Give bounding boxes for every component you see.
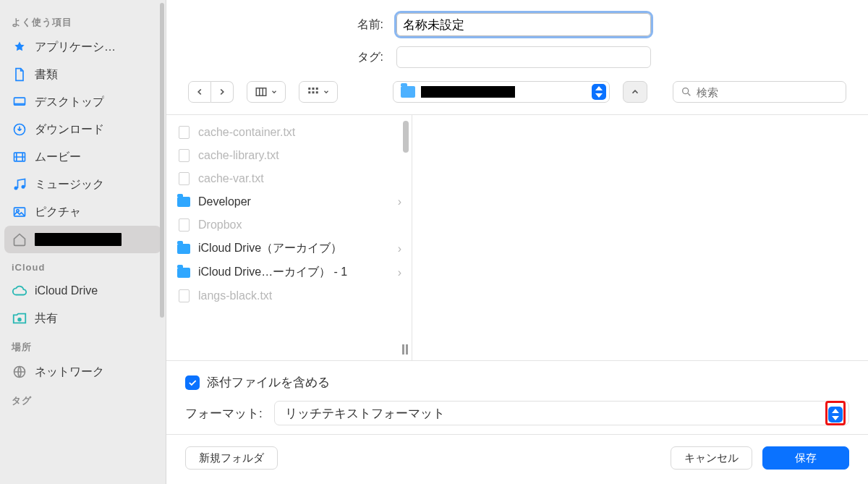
- cancel-button[interactable]: キャンセル: [671, 446, 752, 470]
- file-column: cache-container.txt cache-library.txt ca…: [166, 115, 412, 360]
- folder-icon: [176, 266, 191, 280]
- svg-rect-7: [256, 88, 266, 96]
- document-icon: [176, 125, 191, 140]
- search-input[interactable]: [697, 86, 838, 98]
- sidebar-item-shared[interactable]: 共有: [4, 305, 161, 332]
- sidebar-item-label: iCloud Drive: [35, 284, 98, 297]
- file-item-folder[interactable]: iCloud Drive…ーカイブ） - 1 ›: [166, 260, 412, 284]
- sidebar-item-applications[interactable]: アプリケーシ…: [4, 33, 161, 61]
- toolbar: [166, 78, 868, 114]
- downloads-icon: [12, 122, 27, 137]
- sidebar-item-label: アプリケーシ…: [35, 40, 116, 55]
- back-button[interactable]: [188, 81, 211, 103]
- sidebar-item-label-redacted: [35, 233, 122, 246]
- desktop-icon: [12, 94, 27, 110]
- file-name: iCloud Drive…ーカイブ） - 1: [198, 265, 391, 280]
- chevron-right-icon: ›: [398, 195, 401, 208]
- sidebar-item-label: ネットワーク: [35, 365, 104, 380]
- sidebar-scrollbar[interactable]: [158, 0, 166, 318]
- file-item[interactable]: cache-container.txt: [166, 121, 412, 144]
- document-icon: [176, 148, 191, 163]
- save-button[interactable]: 保存: [762, 446, 849, 470]
- sidebar-item-label: 共有: [35, 311, 58, 326]
- include-attachments-label: 添付ファイルを含める: [207, 374, 330, 391]
- sidebar-item-music[interactable]: ミュージック: [4, 171, 161, 198]
- svg-rect-10: [316, 88, 318, 90]
- sidebar-item-label: ミュージック: [35, 177, 104, 192]
- chevron-right-icon: ›: [398, 266, 401, 279]
- sidebar-item-label: ダウンロード: [35, 122, 104, 137]
- search-icon: [681, 86, 692, 98]
- format-select[interactable]: リッチテキストフォーマット: [274, 401, 849, 425]
- file-item[interactable]: cache-var.txt: [166, 167, 412, 190]
- sidebar-item-documents[interactable]: 書類: [4, 61, 161, 88]
- name-label: 名前:: [188, 17, 383, 33]
- home-icon: [12, 232, 27, 247]
- document-icon: [176, 171, 191, 186]
- name-input[interactable]: [396, 13, 651, 36]
- save-options: 添付ファイルを含める フォーマット: リッチテキストフォーマット: [166, 360, 868, 434]
- sidebar-item-downloads[interactable]: ダウンロード: [4, 116, 161, 143]
- collapse-button[interactable]: [623, 81, 647, 103]
- network-icon: [12, 364, 27, 380]
- footer: 新規フォルダ キャンセル 保存: [166, 434, 868, 484]
- header: 名前: タグ:: [166, 0, 868, 78]
- file-item[interactable]: cache-library.txt: [166, 144, 412, 167]
- document-icon: [12, 67, 27, 82]
- dropdown-stepper-icon: [592, 84, 606, 100]
- svg-rect-9: [312, 88, 315, 90]
- document-icon: [176, 289, 191, 303]
- svg-rect-11: [308, 91, 310, 93]
- view-columns-button[interactable]: [247, 81, 286, 103]
- include-attachments-checkbox[interactable]: [185, 375, 200, 390]
- folder-icon: [401, 86, 415, 98]
- sidebar-item-home[interactable]: [4, 226, 161, 253]
- file-item[interactable]: Dropbox: [166, 213, 412, 237]
- applications-icon: [12, 39, 27, 55]
- icloud-icon: [12, 283, 27, 299]
- forward-button[interactable]: [211, 81, 234, 103]
- sidebar-section-locations: 場所: [4, 332, 161, 358]
- file-column-empty: [412, 115, 868, 360]
- file-item-folder[interactable]: iCloud Drive（アーカイブ） ›: [166, 237, 412, 260]
- file-item-folder[interactable]: Developer ›: [166, 190, 412, 213]
- main-panel: 名前: タグ:: [166, 0, 868, 484]
- tags-label: タグ:: [188, 50, 383, 65]
- music-icon: [12, 177, 27, 192]
- svg-point-5: [18, 318, 21, 321]
- column-scrollbar[interactable]: [403, 121, 409, 153]
- svg-rect-13: [316, 91, 318, 93]
- folder-icon: [176, 242, 191, 256]
- group-by-button[interactable]: [299, 81, 338, 103]
- sidebar-item-desktop[interactable]: デスクトップ: [4, 88, 161, 116]
- pictures-icon: [12, 204, 27, 220]
- movies-icon: [12, 149, 27, 165]
- document-icon: [176, 218, 191, 232]
- file-name: Developer: [198, 195, 391, 208]
- sidebar-item-network[interactable]: ネットワーク: [4, 358, 161, 386]
- sidebar-section-favorites: よく使う項目: [4, 7, 161, 33]
- sidebar-item-label: ムービー: [35, 150, 81, 165]
- tags-input[interactable]: [396, 46, 651, 68]
- path-dropdown[interactable]: [393, 81, 610, 103]
- sidebar-item-pictures[interactable]: ピクチャ: [4, 198, 161, 226]
- sidebar-section-tags: タグ: [4, 386, 161, 412]
- svg-rect-8: [308, 88, 310, 90]
- resize-handle-icon[interactable]: [402, 344, 409, 354]
- file-name: langs-black.txt: [198, 289, 401, 302]
- format-value: リッチテキストフォーマット: [285, 405, 445, 422]
- nav-buttons: [188, 81, 234, 103]
- sidebar-item-icloud-drive[interactable]: iCloud Drive: [4, 277, 161, 305]
- format-label: フォーマット:: [185, 405, 263, 422]
- sidebar-section-icloud: iCloud: [4, 253, 161, 277]
- dropdown-stepper-icon: [828, 407, 843, 423]
- new-folder-button[interactable]: 新規フォルダ: [185, 446, 278, 470]
- sidebar-item-movies[interactable]: ムービー: [4, 143, 161, 171]
- svg-point-14: [683, 88, 689, 94]
- search-field[interactable]: [673, 81, 846, 103]
- file-item[interactable]: langs-black.txt: [166, 284, 412, 307]
- shared-folder-icon: [12, 310, 27, 326]
- folder-icon: [176, 195, 191, 209]
- chevron-right-icon: ›: [398, 242, 401, 255]
- sidebar-item-label: 書類: [35, 67, 58, 82]
